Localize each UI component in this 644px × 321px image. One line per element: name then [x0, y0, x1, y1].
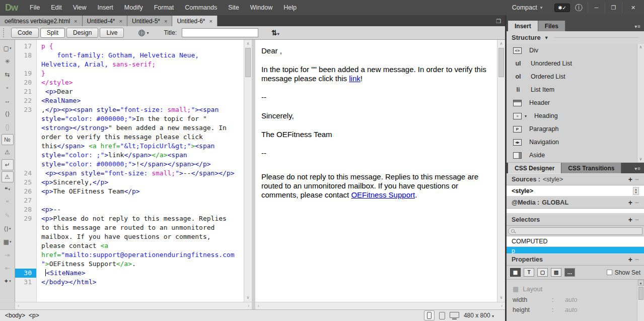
line-numbers-icon[interactable]: №: [2, 134, 14, 145]
insert-item-heading[interactable]: ≡▾Heading: [507, 109, 644, 122]
add-source-icon[interactable]: +: [628, 175, 632, 183]
add-media-icon[interactable]: +: [628, 199, 632, 207]
scrollbar-thumb[interactable]: [245, 48, 251, 77]
document-tab[interactable]: Untitled-6*×: [172, 16, 217, 26]
scrollbar-thumb[interactable]: [498, 48, 504, 77]
panel-tab-files[interactable]: Files: [538, 21, 565, 31]
property-name[interactable]: width: [513, 296, 552, 303]
scroll-up-icon[interactable]: ∧: [500, 41, 503, 47]
insert-item-div[interactable]: <>Div: [507, 44, 644, 57]
border-properties-icon[interactable]: ▢: [537, 268, 548, 277]
design-view-button[interactable]: Design: [66, 28, 98, 38]
scroll-down-icon[interactable]: ∨: [247, 295, 250, 301]
restore-button[interactable]: ❐: [605, 2, 622, 13]
panel-menu-icon[interactable]: ▾≡: [634, 24, 644, 31]
properties-scrollbar[interactable]: ▲: [637, 280, 644, 321]
scroll-right-icon[interactable]: ›: [501, 303, 503, 308]
scroll-left-icon[interactable]: ‹: [18, 303, 19, 308]
selector-computed[interactable]: COMPUTED: [507, 236, 644, 247]
scroll-up-icon[interactable]: ▲: [638, 280, 644, 286]
background-properties-icon[interactable]: ▨: [551, 268, 561, 277]
insert-item-header[interactable]: Header: [507, 96, 644, 109]
close-icon[interactable]: ×: [164, 18, 167, 24]
document-tab[interactable]: Untitled-5*×: [127, 16, 172, 26]
workspace-switcher[interactable]: Compact ▾: [512, 4, 550, 11]
open-documents-icon[interactable]: ▢: [2, 42, 14, 54]
split-view-button[interactable]: Split: [40, 28, 65, 38]
panel-tab-css-designer[interactable]: CSS Designer: [508, 163, 561, 173]
text-properties-icon[interactable]: T: [524, 268, 534, 277]
collapse-selection-icon[interactable]: ▫: [2, 82, 14, 94]
tablet-size-button[interactable]: [439, 312, 445, 319]
panel-menu-icon[interactable]: ▾≡: [634, 166, 644, 173]
code-view-button[interactable]: Code: [11, 28, 39, 38]
menu-window[interactable]: Window: [245, 4, 278, 11]
live-view-button[interactable]: Live: [100, 28, 124, 38]
insert-item-navigation[interactable]: ◂▸Navigation: [507, 136, 644, 149]
mini-scroll-icon[interactable]: ▲▼: [633, 187, 639, 195]
design-horizontal-scrollbar[interactable]: ‹›: [252, 302, 505, 309]
close-icon[interactable]: ×: [74, 18, 77, 24]
remove-selector-icon[interactable]: −: [635, 216, 639, 224]
close-button[interactable]: ✕: [622, 2, 644, 13]
scroll-up-icon[interactable]: ∧: [639, 45, 642, 49]
remove-media-icon[interactable]: −: [635, 199, 639, 207]
minimize-button[interactable]: ─: [588, 2, 605, 13]
selectors-section-header[interactable]: Selectors + −: [507, 214, 644, 226]
close-icon[interactable]: ×: [119, 18, 122, 24]
selector-search-input[interactable]: [508, 227, 642, 235]
more-properties-icon[interactable]: …: [564, 268, 575, 277]
insert-list-scrollbar[interactable]: ∧∨: [637, 44, 644, 162]
file-management-icon[interactable]: ⇅▾: [271, 29, 279, 37]
document-tab[interactable]: oefitness verbiage2.html×: [0, 16, 83, 26]
viewport-size[interactable]: 480 x 800 ▾: [464, 312, 494, 319]
menu-view[interactable]: View: [67, 4, 92, 11]
apply-comment-icon[interactable]: ❝: [2, 183, 14, 196]
insert-item-list-item[interactable]: liList Item: [507, 83, 644, 96]
design-document[interactable]: Dear ,In the topic for "" been added a n…: [255, 40, 497, 302]
media-section-header[interactable]: @Media : GLOBAL + −: [507, 197, 644, 209]
scrollbar-thumb[interactable]: [638, 287, 643, 300]
toolbar-grip[interactable]: [3, 28, 6, 37]
add-selector-icon[interactable]: +: [628, 216, 632, 224]
add-property-icon[interactable]: +: [628, 255, 632, 264]
design-vertical-scrollbar[interactable]: ∧ ∨: [497, 40, 505, 302]
move-convert-css-icon[interactable]: ▦: [2, 236, 14, 248]
cascade-windows-icon[interactable]: ❐: [496, 18, 505, 26]
insert-item-unordered-list[interactable]: ulUnordered List: [507, 57, 644, 70]
scroll-right-icon[interactable]: ›: [248, 303, 249, 308]
close-icon[interactable]: ×: [209, 18, 212, 24]
selector-selected[interactable]: p: [507, 247, 644, 253]
mobile-size-button[interactable]: [424, 310, 435, 320]
insert-item-aside[interactable]: Aside: [507, 149, 644, 162]
insert-category-dropdown[interactable]: Structure ▼: [507, 31, 644, 44]
design-link[interactable]: link: [349, 74, 361, 83]
panel-tab-css-transitions[interactable]: CSS Transitions: [561, 163, 621, 173]
title-input[interactable]: [182, 28, 258, 37]
scroll-down-icon[interactable]: ∨: [639, 157, 642, 161]
properties-section-header[interactable]: Properties + −: [507, 253, 644, 266]
code-editor[interactable]: 17p {18 font-family: Gotham, Helvetica N…: [15, 40, 244, 302]
scroll-left-icon[interactable]: ‹: [258, 303, 259, 308]
menu-site[interactable]: Site: [223, 4, 245, 11]
menu-file[interactable]: File: [24, 4, 45, 11]
remove-source-icon[interactable]: −: [635, 175, 639, 183]
layout-properties-icon[interactable]: ▦: [510, 268, 521, 277]
property-value[interactable]: auto: [565, 296, 577, 303]
collapse-full-tag-icon[interactable]: ⇆: [2, 69, 14, 81]
tag-selector-item[interactable]: <body>: [5, 312, 25, 319]
code-vertical-scrollbar[interactable]: ∧ ∨: [244, 40, 252, 302]
word-wrap-icon[interactable]: ↵: [2, 159, 14, 170]
menu-help[interactable]: Help: [278, 4, 302, 11]
document-tab[interactable]: Untitled-4*×: [83, 16, 127, 26]
source-item-style[interactable]: <style> ▲▼: [507, 185, 644, 197]
show-set-toggle[interactable]: Show Set: [607, 269, 640, 276]
tag-selector-item[interactable]: <p>: [29, 312, 39, 319]
design-link[interactable]: OEFitness Support: [351, 190, 415, 199]
expand-all-icon[interactable]: ↔: [2, 95, 14, 107]
menu-modify[interactable]: Modify: [119, 4, 149, 11]
menu-edit[interactable]: Edit: [45, 4, 67, 11]
property-value[interactable]: auto: [565, 306, 577, 313]
sources-section-header[interactable]: Sources : <style> + −: [507, 173, 644, 185]
recent-snippets-icon[interactable]: ⟨⟩: [2, 223, 14, 235]
